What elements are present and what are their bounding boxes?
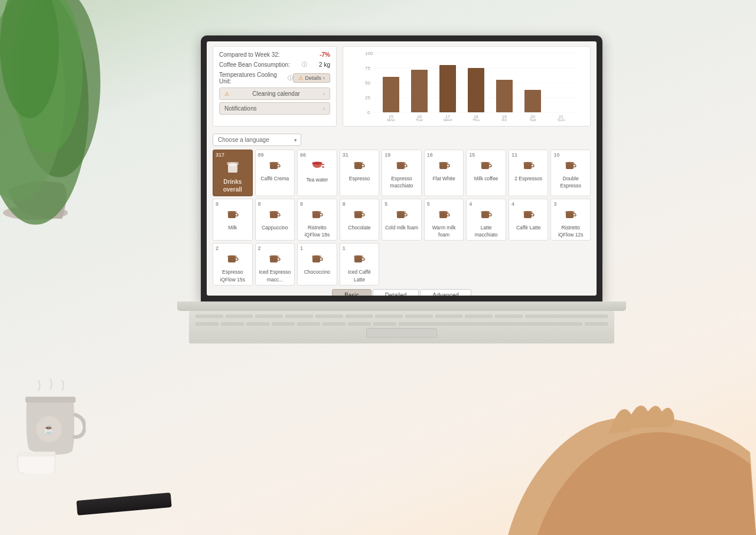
drink-name: Warm milk foam	[432, 225, 456, 238]
drink-name: 2 Espressos	[514, 176, 542, 181]
drink-name: Espresso	[349, 176, 370, 181]
coffee-bean-label: Coffee Bean Consumption:	[219, 61, 290, 68]
drink-name: Drinks overall	[223, 179, 242, 193]
svg-rect-85	[481, 211, 490, 213]
drink-name: Cappuccino	[262, 225, 288, 231]
notifications-button[interactable]: Notifications ›	[219, 102, 330, 115]
drink-card-13[interactable]: 5Cold milk foam	[382, 199, 422, 241]
drink-card-11[interactable]: 8Ristretto iQFlow 18s	[297, 199, 337, 241]
svg-rect-76	[354, 211, 363, 213]
drink-card-3[interactable]: 31Espresso	[340, 150, 380, 196]
drink-card-2[interactable]: 66Tea water	[297, 150, 337, 196]
temp-info-icon[interactable]: ⓘ	[288, 74, 293, 82]
drink-card-12[interactable]: 8Chocolate	[340, 199, 380, 241]
drink-card-20[interactable]: 1Chococcino	[297, 243, 337, 285]
drink-count: 19	[384, 152, 390, 158]
svg-point-1	[0, 0, 89, 225]
drink-icon	[384, 206, 419, 222]
svg-text:Thu: Thu	[472, 118, 480, 121]
drink-card-16[interactable]: 4Caffè Latte	[509, 199, 549, 241]
drink-icon	[343, 251, 377, 267]
drink-count: 5	[427, 201, 430, 207]
drink-card-0[interactable]: 317Drinks overall	[213, 150, 253, 196]
drink-count: 9	[216, 201, 219, 207]
details-button[interactable]: ⚠ Details ›	[293, 73, 330, 83]
drink-icon	[258, 206, 292, 222]
svg-text:0: 0	[367, 110, 370, 115]
svg-point-3	[0, 0, 65, 201]
tab-basic[interactable]: Basic	[332, 289, 371, 296]
cleaning-calendar-button[interactable]: ⚠ Cleaning calendar ›	[219, 87, 330, 100]
drink-icon	[258, 251, 292, 267]
drink-icon	[553, 157, 588, 173]
svg-rect-46	[312, 162, 322, 164]
drink-card-8[interactable]: 10Double Espresso	[550, 150, 591, 196]
svg-point-7	[36, 416, 62, 442]
drink-count: 2	[216, 245, 219, 251]
drinks-grid-section: 317Drinks overall89Caffè Crema66Tea wate…	[207, 150, 597, 286]
svg-rect-19	[383, 77, 399, 112]
drink-icon	[427, 206, 461, 222]
tab-detailed[interactable]: Detailed	[373, 289, 419, 296]
drink-card-4[interactable]: 19Espresso macchiato	[382, 150, 422, 196]
svg-rect-100	[312, 255, 321, 258]
drink-card-14[interactable]: 5Warm milk foam	[424, 199, 464, 241]
drink-count: 317	[216, 152, 224, 158]
svg-text:100: 100	[365, 51, 373, 56]
svg-rect-91	[565, 211, 575, 213]
svg-text:Wed: Wed	[444, 118, 452, 121]
svg-text:☕: ☕	[43, 423, 55, 435]
drink-count: 89	[258, 152, 264, 158]
drink-icon	[216, 206, 250, 222]
drink-card-1[interactable]: 89Caffè Crema	[255, 150, 295, 196]
drink-count: 1	[300, 245, 303, 251]
drink-count: 2	[258, 245, 261, 251]
drink-icon	[384, 157, 419, 173]
drink-icon	[216, 251, 250, 267]
language-select-wrapper[interactable]: Choose a language	[213, 134, 301, 146]
svg-text:50: 50	[365, 80, 370, 86]
drink-card-6[interactable]: 15Milk coffee	[466, 150, 506, 196]
drink-name: Caffè Latte	[516, 225, 540, 231]
drink-card-15[interactable]: 4Latte macchiato	[466, 199, 506, 241]
tab-advanced[interactable]: Advanced	[420, 289, 471, 296]
svg-rect-28	[468, 68, 484, 112]
drink-card-9[interactable]: 9Milk	[213, 199, 253, 241]
svg-rect-97	[269, 255, 279, 258]
svg-rect-67	[227, 211, 237, 213]
coffee-bean-info-icon[interactable]: ⓘ	[302, 61, 307, 69]
svg-rect-34	[524, 90, 541, 112]
drink-name: Flat White	[432, 176, 455, 181]
drink-icon	[511, 206, 546, 222]
svg-text:Sat: Sat	[530, 118, 536, 121]
svg-rect-70	[269, 211, 279, 213]
drink-count: 8	[343, 201, 346, 207]
drink-card-21[interactable]: 1Iced Caffè Latte	[340, 243, 380, 285]
cleaning-calendar-label: Cleaning calendar	[252, 90, 300, 97]
svg-point-2	[18, 0, 100, 177]
drink-icon	[343, 206, 377, 222]
svg-rect-64	[565, 162, 575, 164]
drink-icon	[216, 157, 250, 177]
drink-count: 15	[469, 152, 475, 158]
svg-rect-52	[396, 162, 406, 164]
drink-icon	[553, 206, 588, 222]
drink-icon	[300, 206, 334, 222]
svg-rect-79	[396, 211, 406, 213]
drink-name: Espresso iQFlow 15s	[220, 269, 246, 282]
drink-count: 66	[300, 152, 306, 158]
svg-rect-58	[481, 162, 490, 164]
drink-count: 16	[427, 152, 433, 158]
drink-icon	[427, 157, 461, 173]
drink-card-19[interactable]: 2Iced Espresso macc...	[255, 243, 295, 285]
drink-card-17[interactable]: 3Ristretto iQFlow 12s	[550, 199, 591, 241]
drink-count: 11	[511, 152, 517, 158]
svg-rect-41	[227, 162, 239, 165]
drink-card-7[interactable]: 112 Espressos	[509, 150, 549, 196]
drink-card-10[interactable]: 8Cappuccino	[255, 199, 295, 241]
svg-rect-73	[312, 211, 321, 213]
drink-card-18[interactable]: 2Espresso iQFlow 15s	[213, 243, 253, 285]
svg-rect-103	[354, 255, 363, 258]
language-select[interactable]: Choose a language	[213, 134, 301, 146]
drink-card-5[interactable]: 16Flat White	[424, 150, 464, 196]
